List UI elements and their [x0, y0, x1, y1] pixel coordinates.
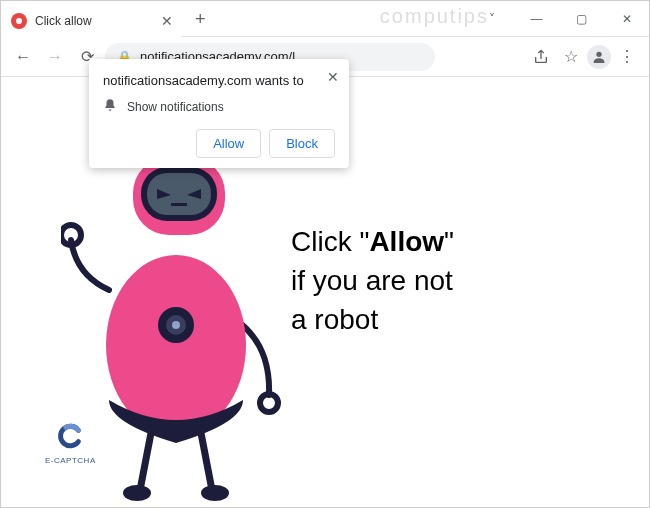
msg-line1-bold: Allow	[369, 226, 444, 257]
back-button[interactable]: ←	[9, 43, 37, 71]
svg-point-7	[106, 255, 246, 435]
share-icon[interactable]	[527, 43, 555, 71]
captcha-badge: E-CAPTCHA	[45, 422, 96, 465]
prompt-permission-label: Show notifications	[127, 100, 224, 114]
allow-button[interactable]: Allow	[196, 129, 261, 158]
tab-close-icon[interactable]: ✕	[161, 13, 173, 29]
block-button[interactable]: Block	[269, 129, 335, 158]
msg-line3: a robot	[291, 300, 454, 339]
watermark-text: computips	[380, 5, 489, 28]
menu-icon[interactable]: ⋮	[613, 43, 641, 71]
captcha-logo-icon	[56, 422, 84, 450]
svg-rect-13	[147, 173, 211, 215]
captcha-label: E-CAPTCHA	[45, 456, 96, 465]
prompt-permission-row: Show notifications	[103, 98, 335, 115]
minimize-button[interactable]: —	[514, 1, 559, 37]
msg-line1-post: "	[444, 226, 454, 257]
svg-point-0	[596, 51, 601, 56]
new-tab-button[interactable]: +	[191, 6, 210, 32]
prompt-origin-text: notificationsacademy.com wants to	[103, 73, 335, 88]
svg-point-10	[172, 321, 180, 329]
profile-avatar-icon[interactable]	[587, 45, 611, 69]
favicon-icon	[11, 13, 27, 29]
prompt-close-icon[interactable]: ✕	[327, 69, 339, 85]
browser-title-bar: Click allow ✕ + computips ˅ — ▢ ✕	[1, 1, 649, 37]
maximize-button[interactable]: ▢	[559, 1, 604, 37]
bookmark-icon[interactable]: ☆	[557, 43, 585, 71]
forward-button[interactable]: →	[41, 43, 69, 71]
svg-point-15	[123, 485, 151, 501]
instruction-text: Click "Allow" if you are not a robot	[291, 222, 454, 340]
msg-line1-pre: Click "	[291, 226, 369, 257]
notification-permission-prompt: ✕ notificationsacademy.com wants to Show…	[89, 59, 349, 168]
window-controls: ˅ — ▢ ✕	[469, 1, 649, 37]
tab-title: Click allow	[35, 14, 92, 28]
bell-icon	[103, 98, 117, 115]
svg-point-16	[201, 485, 229, 501]
svg-rect-14	[171, 203, 187, 206]
svg-point-1	[61, 225, 81, 245]
msg-line2: if you are not	[291, 261, 454, 300]
browser-tab[interactable]: Click allow ✕	[1, 5, 181, 37]
svg-point-2	[260, 394, 278, 412]
close-button[interactable]: ✕	[604, 1, 649, 37]
